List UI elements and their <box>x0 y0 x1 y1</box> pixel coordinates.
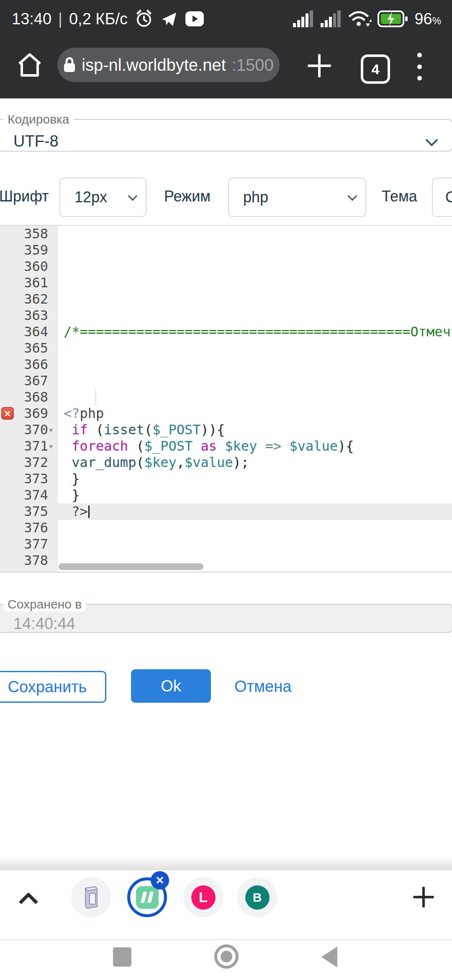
gutter-cell: 362 <box>0 291 58 307</box>
font-label: Шрифт <box>0 188 49 205</box>
code-line[interactable]: 361 <box>0 275 452 291</box>
code-line[interactable]: 371▾ foreach ($_POST as $key => $value){ <box>0 438 452 454</box>
code-line[interactable]: 376 <box>0 520 452 536</box>
ok-button[interactable]: Ok <box>131 669 211 703</box>
new-tab-plus-icon[interactable] <box>306 53 332 79</box>
code-line[interactable]: 359 <box>0 242 452 258</box>
cancel-button[interactable]: Отмена <box>234 678 291 696</box>
code-line[interactable]: 363 <box>0 307 452 324</box>
code-text <box>58 291 452 307</box>
code-text <box>58 258 452 275</box>
add-bubble-plus-icon[interactable] <box>413 886 434 908</box>
home-icon[interactable] <box>16 51 44 79</box>
signal-sim2-icon <box>321 10 342 28</box>
phone-screen: 13:40 | 0,2 КБ/с <box>0 0 452 980</box>
l-site-icon: L <box>191 885 216 910</box>
code-text: foreach ($_POST as $key => $value){ <box>58 438 452 454</box>
encoding-field[interactable]: Кодировка UTF-8 <box>0 112 452 152</box>
code-line[interactable]: 365 <box>0 340 452 356</box>
code-text: if (isset($_POST)){ <box>58 422 452 438</box>
save-button[interactable]: Сохранить <box>0 671 106 703</box>
top-dark-area: 13:40 | 0,2 КБ/с <box>0 0 452 98</box>
code-text: ?> <box>58 503 452 520</box>
code-line[interactable]: 360 <box>0 258 452 275</box>
gutter-cell: 379 <box>0 569 58 573</box>
theme-select[interactable]: С <box>432 178 452 217</box>
tab-switcher-button[interactable]: 4 <box>361 54 390 84</box>
line-number: 365 <box>24 340 48 356</box>
browser-toolbar: isp-nl.worldbyte.net:1500 4 <box>0 38 452 98</box>
gutter-cell: 371▾ <box>0 438 58 454</box>
code-line[interactable]: 377 <box>0 536 452 552</box>
code-line[interactable]: 372 var_dump($key,$value); <box>0 454 452 471</box>
bubble-b-tab[interactable]: B <box>237 877 277 917</box>
horizontal-scrollbar[interactable] <box>59 563 203 570</box>
theme-label: Тема <box>382 188 417 205</box>
code-line[interactable]: 368 <box>0 389 452 405</box>
encoding-label: Кодировка <box>3 112 74 126</box>
url-bar[interactable]: isp-nl.worldbyte.net:1500 <box>57 48 280 82</box>
url-host: isp-nl.worldbyte.net <box>82 56 226 75</box>
line-number: 359 <box>24 242 48 258</box>
line-number: 370 <box>24 422 48 438</box>
theme-value: С <box>445 188 452 206</box>
code-text <box>58 373 452 389</box>
close-bubble-icon[interactable]: ✕ <box>151 871 169 890</box>
code-text <box>58 226 452 242</box>
code-text <box>58 340 452 356</box>
browser-menu-icon[interactable] <box>416 53 422 80</box>
gutter-cell: 358 <box>0 226 58 242</box>
code-line[interactable]: 358 <box>0 226 452 242</box>
battery-percent-text: 96% <box>414 10 441 28</box>
status-bar: 13:40 | 0,2 КБ/с <box>0 0 452 38</box>
line-number: 363 <box>24 307 48 323</box>
code-text <box>58 275 452 291</box>
fold-arrow-icon[interactable]: ▾ <box>48 438 57 454</box>
gutter-cell: 365 <box>0 340 58 356</box>
code-text: <?php <box>58 405 452 422</box>
code-line[interactable]: 362 <box>0 291 452 307</box>
code-line[interactable]: ✕369<?php <box>0 405 452 422</box>
code-line[interactable]: 375 ?> <box>0 503 452 520</box>
code-text: } <box>58 471 452 487</box>
code-text: } <box>58 487 452 503</box>
code-editor[interactable]: 358359360361362363364/*=================… <box>0 225 452 573</box>
code-text <box>58 520 452 536</box>
encoding-value: UTF-8 <box>13 132 59 150</box>
b-site-icon: B <box>245 885 270 910</box>
code-text <box>58 242 452 258</box>
chevron-down-icon <box>426 134 438 147</box>
youtube-icon <box>185 10 205 27</box>
code-line[interactable]: 374 } <box>0 487 452 503</box>
collapse-chevron-up-icon[interactable] <box>17 891 40 906</box>
line-number: 367 <box>24 373 48 389</box>
gutter-cell: 374 <box>0 487 58 503</box>
font-size-value: 12px <box>74 188 107 206</box>
mode-label: Режим <box>164 188 211 205</box>
gutter-cell: 368 <box>0 389 58 405</box>
gutter-cell: 367 <box>0 373 58 389</box>
mode-select[interactable]: php <box>228 178 366 217</box>
gutter-cell: 375 <box>0 503 58 520</box>
gutter-cell: 372 <box>0 454 58 471</box>
code-text: /*======================================… <box>58 324 452 340</box>
back-button[interactable] <box>321 946 337 967</box>
saved-at-label: Сохранено в <box>3 597 86 611</box>
code-line[interactable]: 373 } <box>0 471 452 487</box>
code-line[interactable]: 370▾ if (isset($_POST)){ <box>0 422 452 438</box>
line-number: 358 <box>24 226 48 242</box>
text-cursor <box>88 505 90 518</box>
bottom-bubble-bar <box>0 870 452 940</box>
bubble-l-tab[interactable]: L <box>183 877 223 917</box>
bubble-server-tab[interactable] <box>71 877 111 917</box>
code-text <box>58 389 452 405</box>
code-line[interactable]: 367 <box>0 373 452 389</box>
gutter-cell: 366 <box>0 356 58 373</box>
status-time: 13:40 <box>12 10 51 28</box>
tab-count: 4 <box>372 61 380 77</box>
font-size-select[interactable]: 12px <box>59 178 146 217</box>
code-line[interactable]: 366 <box>0 356 452 373</box>
fold-arrow-icon[interactable]: ▾ <box>48 422 57 438</box>
code-line[interactable]: 364/*===================================… <box>0 324 452 340</box>
recents-button[interactable] <box>113 947 131 967</box>
